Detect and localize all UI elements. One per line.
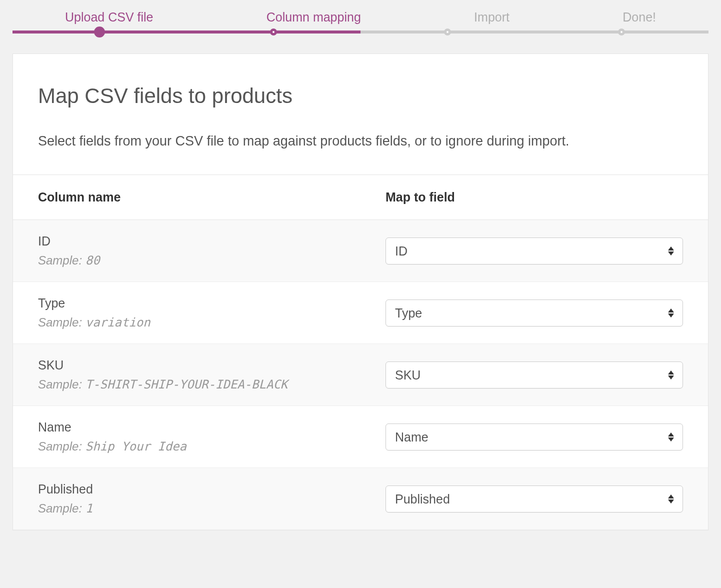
column-sample: Sample: 1 — [38, 502, 336, 516]
map-field-select[interactable]: SKU — [386, 362, 683, 388]
step-done: Done! — [622, 10, 656, 24]
table-row: SKU Sample: T-SHIRT-SHIP-YOUR-IDEA-BLACK… — [13, 344, 708, 406]
mapping-card: Map CSV fields to products Select fields… — [12, 54, 708, 530]
page-description: Select fields from your CSV file to map … — [38, 130, 683, 152]
column-name-label: SKU — [38, 358, 336, 372]
step-column-mapping[interactable]: Column mapping — [266, 10, 361, 24]
progress-track — [12, 30, 708, 34]
table-row: ID Sample: 80 ID — [13, 220, 708, 282]
column-sample: Sample: variation — [38, 316, 336, 330]
column-name-label: Published — [38, 482, 336, 496]
card-header: Map CSV fields to products Select fields… — [13, 54, 708, 174]
page-title: Map CSV fields to products — [38, 84, 683, 108]
table-row: Published Sample: 1 Published — [13, 468, 708, 530]
progress-dot-3 — [444, 28, 451, 36]
mapping-table: Column name Map to field ID Sample: 80 I… — [13, 174, 708, 530]
column-header-name: Column name — [13, 175, 360, 220]
progress-dot-2 — [270, 28, 277, 36]
table-row: Name Sample: Ship Your Idea Name — [13, 406, 708, 468]
map-field-select[interactable]: Name — [386, 424, 683, 450]
step-import: Import — [474, 10, 510, 24]
step-upload-csv[interactable]: Upload CSV file — [65, 10, 153, 24]
column-sample: Sample: T-SHIRT-SHIP-YOUR-IDEA-BLACK — [38, 378, 336, 392]
map-field-select[interactable]: ID — [386, 238, 683, 264]
progress-fill — [12, 30, 360, 34]
column-sample: Sample: 80 — [38, 254, 336, 268]
map-field-select[interactable]: Type — [386, 300, 683, 326]
column-name-label: Type — [38, 296, 336, 310]
column-name-label: ID — [38, 234, 336, 248]
progress-stepper: Upload CSV file Column mapping Import Do… — [0, 0, 721, 34]
progress-dot-1 — [94, 26, 105, 38]
column-header-map: Map to field — [360, 175, 708, 220]
progress-dot-4 — [618, 28, 625, 36]
map-field-select[interactable]: Published — [386, 486, 683, 512]
table-row: Type Sample: variation Type — [13, 282, 708, 344]
column-sample: Sample: Ship Your Idea — [38, 440, 336, 454]
column-name-label: Name — [38, 420, 336, 434]
